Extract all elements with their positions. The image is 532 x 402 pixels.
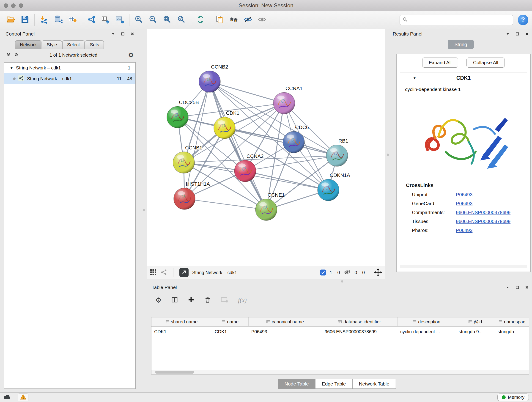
expand-all-button[interactable]: Expand All xyxy=(422,57,458,68)
panel-close-icon[interactable] xyxy=(525,286,529,289)
network-edge[interactable] xyxy=(210,82,266,210)
memory-button[interactable]: Memory xyxy=(497,394,529,401)
hide-selection-button[interactable] xyxy=(241,13,255,27)
open-session-button[interactable] xyxy=(4,13,18,27)
column-header-canonical-name[interactable]: canonical name xyxy=(249,317,322,326)
function-builder-button[interactable]: f(x) xyxy=(238,297,247,304)
network-node-hist1h1a[interactable]: HIST1H1A xyxy=(174,181,210,210)
import-table-button[interactable] xyxy=(65,13,80,27)
collapse-section-icon[interactable]: ▼ xyxy=(413,76,416,80)
protein-section-header[interactable]: ▼ CDK1 xyxy=(400,72,527,84)
column-header--id[interactable]: @id xyxy=(456,317,495,326)
expand-all-icon[interactable] xyxy=(14,52,19,58)
panel-float-icon[interactable] xyxy=(121,32,125,36)
panel-close-icon[interactable] xyxy=(525,32,529,36)
selected-checkbox[interactable] xyxy=(320,269,326,275)
network-row-selected[interactable]: String Network – cdk1 11 48 xyxy=(4,73,135,84)
network-node-ccna1[interactable]: CCNA1 xyxy=(273,85,303,114)
tab-sets[interactable]: Sets xyxy=(85,40,104,49)
import-network-database-button[interactable] xyxy=(51,13,65,27)
zoom-fit-button[interactable] xyxy=(160,13,174,27)
column-header-name[interactable]: name xyxy=(212,317,249,326)
network-node-cdkn1a[interactable]: CDKN1A xyxy=(317,172,350,201)
cloud-button[interactable] xyxy=(3,394,11,401)
tab-style[interactable]: Style xyxy=(42,40,62,49)
network-from-table-button[interactable] xyxy=(99,13,113,27)
table-hscrollbar[interactable] xyxy=(152,370,529,374)
collapse-all-icon[interactable] xyxy=(6,52,11,58)
hidden-eye-icon[interactable] xyxy=(344,268,351,277)
tree-expand-icon[interactable]: ▼ xyxy=(10,66,13,70)
network-node-ccnb1[interactable]: CCNB1 xyxy=(173,145,202,173)
column-header-description[interactable]: description xyxy=(398,317,456,326)
table-cell[interactable]: P06493 xyxy=(249,327,322,337)
panel-float-icon[interactable] xyxy=(515,32,519,36)
gear-icon[interactable]: ⚙ xyxy=(128,51,134,59)
delete-column-button[interactable] xyxy=(204,296,211,304)
show-columns-button[interactable] xyxy=(171,296,178,304)
column-header-database-identifier[interactable]: database identifier xyxy=(322,317,398,326)
search-box[interactable] xyxy=(399,15,513,25)
table-cell[interactable]: CDK1 xyxy=(152,327,212,337)
crosslink-value-link[interactable]: P06493 xyxy=(456,201,472,206)
copy-button[interactable] xyxy=(212,13,227,27)
add-column-button[interactable] xyxy=(188,296,195,304)
table-cell[interactable]: CDK1 xyxy=(212,327,249,337)
network-view[interactable]: CCNB2CCNA1CDC25BCDK1CDC6RB1CCNB1CCNA2CDK… xyxy=(147,29,385,266)
crosslink-value-link[interactable]: P06493 xyxy=(456,192,472,197)
minimize-window-button[interactable] xyxy=(11,3,16,8)
network-edge[interactable] xyxy=(245,171,328,190)
table-row[interactable]: CDK1CDK1P064939606.ENSP00000378699cyclin… xyxy=(152,327,529,337)
crosslink-value-link[interactable]: P06493 xyxy=(456,228,472,233)
table-cell[interactable]: stringdb xyxy=(495,327,529,337)
warnings-button[interactable] xyxy=(18,394,28,401)
results-scrollbar[interactable] xyxy=(400,265,527,268)
network-edge[interactable] xyxy=(210,82,284,103)
network-node-cdc6[interactable]: CDC6 xyxy=(283,124,309,153)
refresh-button[interactable] xyxy=(193,13,208,27)
export-image-button[interactable] xyxy=(113,13,127,27)
close-window-button[interactable] xyxy=(4,3,8,8)
scrollbar-thumb[interactable] xyxy=(155,371,194,374)
birds-eye-view-button[interactable] xyxy=(150,269,157,276)
network-node-ccnb2[interactable]: CCNB2 xyxy=(199,64,228,92)
network-edge[interactable] xyxy=(184,199,266,210)
save-session-button[interactable] xyxy=(18,13,32,27)
panel-menu-icon[interactable] xyxy=(111,32,115,36)
help-button[interactable]: ? xyxy=(518,15,528,25)
show-graphics-details-button[interactable] xyxy=(227,13,241,27)
splitter-handle[interactable] xyxy=(341,280,343,283)
table-cell[interactable]: stringdb:9... xyxy=(456,327,495,337)
pan-mode-button[interactable] xyxy=(374,268,382,277)
crosslink-value-link[interactable]: 9606.ENSP00000378699 xyxy=(456,210,510,215)
network-node-rb1[interactable]: RB1 xyxy=(326,138,348,166)
zoom-in-button[interactable] xyxy=(132,13,146,27)
import-network-file-button[interactable] xyxy=(37,13,51,27)
network-collection-row[interactable]: ▼ String Network – cdk1 1 xyxy=(4,63,135,73)
network-node-cdc25b[interactable]: CDC25B xyxy=(167,99,199,128)
splitter-handle[interactable] xyxy=(387,153,389,156)
tab-edge-table[interactable]: Edge Table xyxy=(315,379,353,389)
table-settings-button[interactable]: ⚙ xyxy=(155,296,162,304)
column-header-shared-name[interactable]: shared name xyxy=(152,317,212,326)
tab-string[interactable]: String xyxy=(448,40,474,49)
maximize-window-button[interactable] xyxy=(19,3,23,8)
open-in-window-button[interactable] xyxy=(179,268,189,277)
panel-close-icon[interactable] xyxy=(131,32,134,36)
splitter-handle[interactable] xyxy=(143,209,145,211)
search-input[interactable] xyxy=(409,17,510,22)
network-overview-button[interactable] xyxy=(160,269,167,276)
table-cell[interactable]: 9606.ENSP00000378699 xyxy=(322,327,398,337)
new-network-button[interactable] xyxy=(84,13,99,27)
tab-select[interactable]: Select xyxy=(62,40,85,49)
crosslink-value-link[interactable]: 9606.ENSP00000378699 xyxy=(456,219,510,224)
tab-network-table[interactable]: Network Table xyxy=(352,379,396,389)
panel-menu-icon[interactable] xyxy=(506,32,510,36)
zoom-out-button[interactable] xyxy=(146,13,160,27)
panel-menu-icon[interactable] xyxy=(506,286,510,289)
tab-node-table[interactable]: Node Table xyxy=(278,379,316,389)
table-cell[interactable]: cyclin-dependent ... xyxy=(398,327,456,337)
show-all-button[interactable] xyxy=(255,13,269,27)
tab-network[interactable]: Network xyxy=(15,40,41,49)
network-graph[interactable]: CCNB2CCNA1CDC25BCDK1CDC6RB1CCNB1CCNA2CDK… xyxy=(147,29,385,266)
